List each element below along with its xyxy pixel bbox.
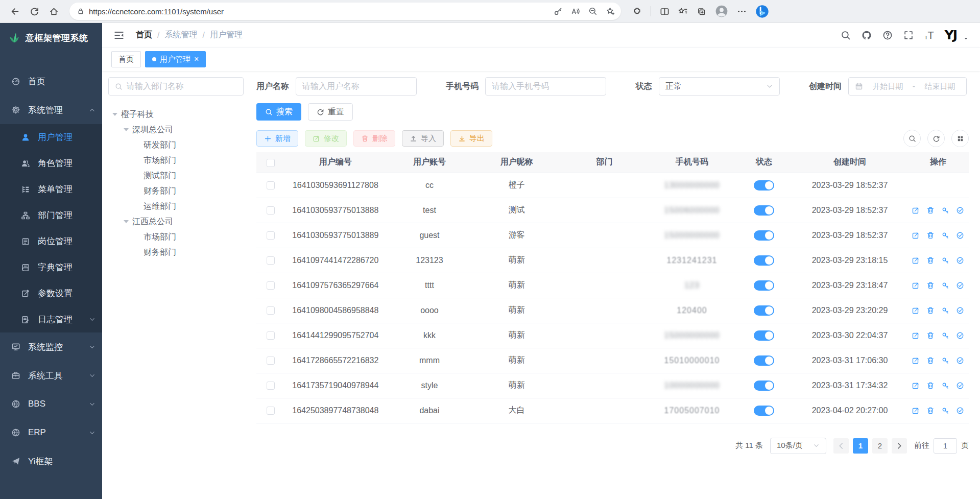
reset-button[interactable]: 重置: [308, 103, 353, 121]
row-edit-icon[interactable]: [912, 407, 920, 415]
row-reset-password-icon[interactable]: [941, 306, 949, 315]
status-toggle[interactable]: [754, 205, 774, 216]
status-toggle[interactable]: [754, 381, 774, 391]
status-toggle[interactable]: [754, 230, 774, 241]
row-edit-icon[interactable]: [912, 281, 920, 290]
zoom-out-icon[interactable]: [588, 7, 597, 16]
tree-node-深圳总公司[interactable]: 深圳总公司: [108, 122, 244, 137]
sidebar-item-系统工具[interactable]: 系统工具: [0, 361, 102, 390]
browser-refresh-icon[interactable]: [26, 3, 43, 20]
row-checkbox[interactable]: [267, 407, 275, 415]
tree-node-橙子科技[interactable]: 橙子科技: [108, 107, 244, 122]
browser-menu-icon[interactable]: [737, 7, 747, 16]
tree-expand-caret[interactable]: [124, 220, 129, 226]
sidebar-item-Yi框架[interactable]: Yi框架: [0, 447, 102, 476]
close-icon[interactable]: ×: [194, 55, 199, 63]
row-edit-icon[interactable]: [912, 382, 920, 390]
tree-node-测试部门[interactable]: 测试部门: [108, 168, 244, 183]
sidebar-item-ERP[interactable]: ERP: [0, 418, 102, 447]
page-size-select[interactable]: 10条/页: [770, 438, 826, 454]
lock-icon[interactable]: [77, 7, 85, 15]
row-assign-role-icon[interactable]: [956, 281, 964, 290]
password-key-icon[interactable]: [554, 7, 563, 16]
status-select[interactable]: 正常: [659, 77, 780, 96]
status-toggle[interactable]: [754, 330, 774, 341]
row-reset-password-icon[interactable]: [941, 407, 949, 415]
breadcrumb-item[interactable]: 用户管理: [210, 30, 243, 40]
prev-page-button[interactable]: [833, 438, 849, 454]
username-field[interactable]: [302, 82, 410, 91]
sidebar-item-字典管理[interactable]: 字典管理: [0, 254, 102, 280]
extensions-icon[interactable]: [632, 7, 642, 16]
tree-expand-caret[interactable]: [112, 113, 117, 118]
row-delete-icon[interactable]: [926, 331, 935, 340]
sidebar-item-BBS[interactable]: BBS: [0, 390, 102, 418]
row-assign-role-icon[interactable]: [956, 231, 964, 240]
sidebar-item-岗位管理[interactable]: 岗位管理: [0, 228, 102, 254]
search-button[interactable]: 搜索: [256, 103, 301, 121]
avatar-caret-icon[interactable]: [963, 36, 969, 41]
row-checkbox[interactable]: [267, 306, 275, 315]
row-edit-icon[interactable]: [912, 331, 920, 340]
goto-page-input[interactable]: [934, 438, 957, 454]
date-end-placeholder[interactable]: 结束日期: [920, 82, 960, 91]
delete-button[interactable]: 删除: [353, 130, 395, 147]
tree-node-市场部门[interactable]: 市场部门: [108, 229, 244, 245]
row-assign-role-icon[interactable]: [956, 407, 964, 415]
font-size-icon[interactable]: тT: [924, 30, 934, 40]
table-columns-icon[interactable]: [951, 130, 969, 147]
table-search-icon[interactable]: [903, 130, 921, 147]
dept-search-field[interactable]: [127, 82, 237, 91]
date-start-placeholder[interactable]: 开始日期: [868, 82, 908, 91]
row-delete-icon[interactable]: [926, 281, 935, 290]
status-toggle[interactable]: [754, 180, 774, 191]
sidebar-item-部门管理[interactable]: 部门管理: [0, 202, 102, 228]
row-checkbox[interactable]: [267, 357, 275, 365]
row-assign-role-icon[interactable]: [956, 256, 964, 265]
status-toggle[interactable]: [754, 305, 774, 316]
fold-sidebar-icon[interactable]: [113, 30, 125, 41]
row-delete-icon[interactable]: [926, 256, 935, 265]
row-reset-password-icon[interactable]: [941, 281, 949, 290]
fullscreen-icon[interactable]: [903, 30, 914, 40]
row-checkbox[interactable]: [267, 256, 275, 265]
row-edit-icon[interactable]: [912, 357, 920, 365]
row-reset-password-icon[interactable]: [941, 206, 949, 215]
browser-home-icon[interactable]: [45, 3, 62, 20]
row-reset-password-icon[interactable]: [941, 382, 949, 390]
tree-expand-caret[interactable]: [124, 128, 129, 134]
tab-首页[interactable]: 首页: [111, 51, 141, 67]
tree-node-研发部门[interactable]: 研发部门: [108, 137, 244, 153]
phone-field[interactable]: [492, 82, 600, 91]
edit-button[interactable]: 修改: [305, 130, 347, 147]
github-icon[interactable]: [862, 30, 872, 40]
status-toggle[interactable]: [754, 355, 774, 366]
select-all-checkbox[interactable]: [267, 159, 275, 167]
phone-input[interactable]: [485, 77, 606, 96]
date-range-picker[interactable]: 开始日期 - 结束日期: [848, 77, 967, 96]
user-avatar-logo[interactable]: YJ: [945, 28, 957, 42]
browser-profile-avatar[interactable]: [715, 5, 728, 18]
favorites-icon[interactable]: [678, 7, 688, 16]
row-reset-password-icon[interactable]: [941, 331, 949, 340]
collections-icon[interactable]: [697, 7, 706, 16]
import-button[interactable]: 导入: [402, 130, 444, 147]
tree-node-运维部门[interactable]: 运维部门: [108, 199, 244, 214]
breadcrumb-item[interactable]: 系统管理: [164, 30, 197, 40]
row-checkbox[interactable]: [267, 206, 275, 215]
dept-search-input[interactable]: [108, 77, 244, 96]
add-button[interactable]: 新增: [256, 130, 298, 147]
tab-用户管理[interactable]: 用户管理×: [145, 51, 206, 67]
row-assign-role-icon[interactable]: [956, 382, 964, 390]
sidebar-item-系统管理[interactable]: 系统管理: [0, 96, 102, 124]
export-button[interactable]: 导出: [450, 130, 492, 147]
add-favorite-icon[interactable]: [606, 7, 615, 16]
row-checkbox[interactable]: [267, 231, 275, 240]
split-screen-icon[interactable]: [660, 7, 670, 16]
row-reset-password-icon[interactable]: [941, 231, 949, 240]
sidebar-item-日志管理[interactable]: 日志管理: [0, 306, 102, 332]
tree-node-财务部门[interactable]: 财务部门: [108, 183, 244, 199]
row-assign-role-icon[interactable]: [956, 206, 964, 215]
help-icon[interactable]: [882, 30, 893, 40]
tree-node-江西总公司[interactable]: 江西总公司: [108, 214, 244, 229]
